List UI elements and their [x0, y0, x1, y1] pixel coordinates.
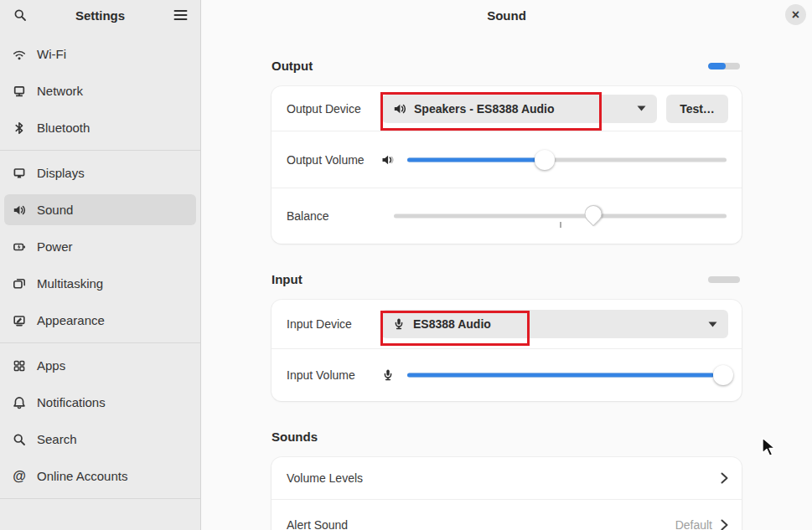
output-device-label: Output Device — [287, 102, 361, 116]
sounds-card: Volume Levels Alert Sound Default — [272, 457, 742, 530]
output-device-row: Output Device Speakers - ES8388 Audio Te… — [272, 86, 742, 131]
sidebar-item-label: Notifications — [37, 395, 106, 409]
chevron-right-icon — [721, 519, 728, 530]
input-volume-slider[interactable] — [407, 363, 727, 388]
volume-medium-icon — [380, 153, 396, 167]
alert-sound-label: Alert Sound — [287, 518, 348, 530]
input-device-dropdown[interactable]: ES8388 Audio — [381, 310, 728, 338]
sidebar-item-online-accounts[interactable]: @ Online Accounts — [4, 461, 196, 491]
balance-label: Balance — [287, 209, 380, 223]
search-button[interactable] — [10, 5, 30, 25]
sound-content: Output Output Device Speakers - ES8388 A… — [272, 59, 742, 530]
bell-icon — [13, 396, 26, 409]
input-volume-label: Input Volume — [287, 368, 380, 382]
volume-levels-row[interactable]: Volume Levels — [272, 457, 742, 499]
main-header: Sound × — [201, 0, 812, 30]
input-heading: Input — [272, 272, 303, 286]
windows-icon — [13, 277, 26, 291]
sounds-heading: Sounds — [272, 430, 318, 444]
output-device-value: Speakers - ES8388 Audio — [414, 102, 555, 116]
sidebar-item-label: Online Accounts — [37, 469, 127, 483]
close-icon: × — [792, 8, 799, 23]
sidebar-item-multitasking[interactable]: Multitasking — [4, 268, 196, 299]
sidebar-item-appearance[interactable]: Appearance — [4, 305, 196, 336]
output-level-fill — [708, 63, 726, 69]
sidebar-item-label: Appearance — [37, 313, 105, 327]
wifi-icon — [13, 48, 26, 61]
page-title: Sound — [487, 8, 526, 23]
appearance-icon — [13, 314, 26, 327]
output-volume-handle[interactable] — [535, 150, 555, 170]
output-volume-slider[interactable] — [407, 147, 727, 172]
input-device-value: ES8388 Audio — [413, 317, 491, 331]
output-heading: Output — [272, 59, 313, 73]
chevron-down-icon — [708, 322, 717, 327]
sound-panel: Sound × Output Output Device — [201, 0, 812, 530]
output-card: Output Device Speakers - ES8388 Audio Te… — [272, 86, 742, 244]
sidebar: Settings Wi-Fi Network — [0, 0, 201, 530]
balance-handle[interactable] — [581, 202, 606, 227]
at-icon: @ — [13, 470, 26, 483]
output-volume-row: Output Volume — [272, 131, 742, 188]
input-volume-handle[interactable] — [713, 365, 733, 385]
input-card: Input Device ES8388 Audio Input Volume — [272, 300, 742, 401]
settings-window: Settings Wi-Fi Network — [0, 0, 812, 530]
slider-fill — [407, 157, 545, 162]
output-section-head: Output — [272, 59, 742, 73]
sidebar-item-search[interactable]: Search — [4, 424, 196, 455]
sidebar-title: Settings — [30, 8, 170, 23]
sidebar-item-label: Network — [37, 84, 83, 98]
sidebar-nav: Wi-Fi Network Bluetooth Displays — [0, 30, 200, 499]
bluetooth-icon — [13, 121, 26, 135]
center-tick-mark — [560, 222, 561, 228]
sidebar-header: Settings — [0, 0, 200, 30]
balance-slider[interactable] — [394, 203, 727, 229]
output-level-meter — [708, 63, 740, 69]
displays-icon — [13, 167, 26, 180]
input-section-head: Input — [272, 272, 742, 286]
sidebar-item-label: Apps — [37, 358, 65, 373]
search-icon — [13, 433, 26, 446]
test-button[interactable]: Test… — [666, 95, 728, 123]
sidebar-item-bluetooth[interactable]: Bluetooth — [4, 112, 196, 143]
sidebar-item-sound[interactable]: Sound — [4, 194, 196, 225]
microphone-icon — [380, 368, 396, 382]
sidebar-item-power[interactable]: Power — [4, 231, 196, 262]
sidebar-item-label: Multitasking — [37, 276, 103, 291]
input-level-meter — [708, 276, 740, 283]
sidebar-item-network[interactable]: Network — [4, 75, 196, 106]
speaker-icon — [13, 203, 26, 217]
sidebar-item-displays[interactable]: Displays — [4, 157, 196, 188]
main-menu-button[interactable] — [170, 5, 190, 25]
volume-levels-label: Volume Levels — [287, 471, 363, 485]
slider-track — [407, 373, 727, 378]
sidebar-divider — [0, 498, 200, 499]
alert-sound-value: Default — [675, 518, 712, 530]
sidebar-item-wifi[interactable]: Wi-Fi — [4, 39, 196, 69]
speaker-icon — [393, 102, 406, 116]
slider-fill — [407, 373, 714, 378]
grid-icon — [13, 359, 26, 373]
input-volume-row: Input Volume — [272, 348, 742, 401]
slider-track — [394, 214, 727, 219]
sidebar-item-notifications[interactable]: Notifications — [4, 387, 196, 418]
sidebar-divider — [0, 342, 200, 343]
sidebar-item-label: Search — [37, 432, 77, 446]
input-device-row: Input Device ES8388 Audio — [272, 300, 742, 348]
sidebar-item-label: Wi-Fi — [37, 47, 66, 61]
microphone-icon — [392, 317, 406, 331]
input-device-label: Input Device — [287, 317, 352, 331]
sidebar-item-label: Displays — [37, 166, 85, 180]
chevron-right-icon — [721, 472, 728, 484]
output-device-dropdown[interactable]: Speakers - ES8388 Audio — [382, 95, 657, 123]
alert-sound-row[interactable]: Alert Sound Default — [272, 499, 742, 530]
slider-track — [407, 157, 727, 162]
sidebar-item-label: Power — [37, 239, 73, 254]
sidebar-item-label: Bluetooth — [37, 121, 90, 135]
balance-row: Balance — [272, 188, 742, 244]
sounds-section-head: Sounds — [272, 430, 742, 444]
close-button[interactable]: × — [785, 4, 806, 25]
network-icon — [13, 85, 26, 98]
output-volume-label: Output Volume — [287, 153, 380, 167]
sidebar-item-apps[interactable]: Apps — [4, 350, 196, 381]
